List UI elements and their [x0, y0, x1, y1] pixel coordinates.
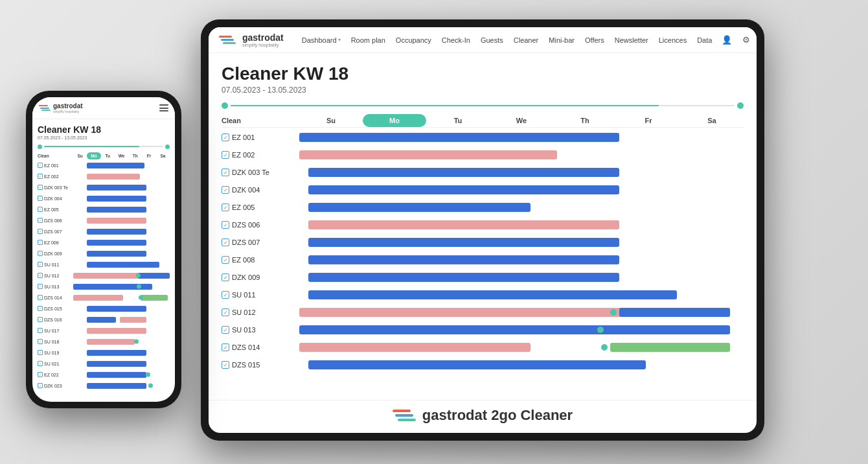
phone-checkbox[interactable] — [38, 372, 43, 377]
gear-icon[interactable]: ⚙ — [739, 33, 753, 47]
row-checkbox[interactable] — [222, 361, 229, 369]
row-checkbox[interactable] — [222, 133, 229, 141]
gantt-label: EZ 008 — [222, 256, 299, 264]
phone-checkbox[interactable] — [38, 218, 43, 223]
phone-bar-blue — [87, 361, 146, 367]
row-checkbox[interactable] — [222, 221, 229, 229]
phone-timeline-left-handle[interactable] — [38, 145, 42, 149]
phone-checkbox[interactable] — [38, 185, 43, 190]
gantt-label: DZS 014 — [222, 343, 299, 351]
gantt-bar-pink — [299, 343, 531, 352]
row-checkbox[interactable] — [222, 273, 229, 281]
row-checkbox[interactable] — [222, 168, 229, 176]
phone-bar-area — [73, 183, 170, 191]
list-item: DZK 003 Te — [38, 182, 170, 192]
row-checkbox[interactable] — [222, 186, 229, 194]
gantt-label: SU 012 — [222, 308, 299, 316]
nav-newsletter[interactable]: Newsletter — [611, 34, 652, 47]
row-checkbox[interactable] — [222, 326, 229, 334]
tablet-content: Cleaner KW 18 07.05.2023 - 13.05.2023 Cl… — [209, 53, 757, 397]
footer-title: gastrodat 2go Cleaner — [422, 407, 573, 424]
nav-dashboard[interactable]: Dashboard ▾ — [298, 34, 345, 47]
phone-checkbox[interactable] — [38, 174, 43, 179]
phone-gh-we: We — [115, 152, 128, 159]
nav-offers[interactable]: Offers — [581, 34, 608, 47]
phone-gantt-label: EZ 005 — [38, 207, 73, 212]
phone-device: gastrodat simplify hospitality Cleaner K… — [26, 91, 181, 408]
dot-indicator — [610, 309, 617, 316]
phone-menu-button[interactable] — [159, 104, 168, 111]
phone-bar-blue — [87, 306, 146, 312]
gantt-col-th: Th — [553, 114, 617, 127]
phone-checkbox[interactable] — [38, 328, 43, 333]
row-checkbox[interactable] — [222, 238, 229, 246]
phone-checkbox[interactable] — [38, 339, 43, 344]
timeline-slider[interactable] — [222, 101, 744, 110]
tablet-footer: gastrodat 2go Cleaner — [209, 400, 757, 433]
gantt-bar-blue — [308, 290, 677, 299]
phone-content: Cleaner KW 18 07.05.2023 - 13.05.2023 Cl… — [32, 119, 175, 402]
phone-checkbox[interactable] — [38, 350, 43, 355]
gantt-bar-area — [299, 237, 744, 248]
gantt-bar-pink — [299, 150, 557, 159]
brand-tagline: simplify hospitality — [242, 43, 284, 47]
nav-licences[interactable]: Licences — [655, 34, 691, 47]
row-checkbox[interactable] — [222, 343, 229, 351]
table-row: DZS 014 — [222, 339, 744, 356]
phone-checkbox[interactable] — [38, 251, 43, 256]
phone-checkbox[interactable] — [38, 229, 43, 234]
phone-checkbox[interactable] — [38, 262, 43, 267]
table-row: EZ 002 — [222, 146, 744, 163]
phone-checkbox[interactable] — [38, 207, 43, 212]
phone-checkbox[interactable] — [38, 317, 43, 322]
phone-gantt-label: DZK 004 — [38, 196, 73, 201]
nav-data[interactable]: Data — [693, 34, 716, 47]
row-checkbox[interactable] — [222, 203, 229, 211]
table-row: DZK 003 Te — [222, 164, 744, 181]
gantt-bar-area — [299, 342, 744, 353]
phone-gantt-label: EZ 001 — [38, 163, 73, 168]
row-checkbox[interactable] — [222, 291, 229, 299]
phone-brand: gastrodat — [53, 102, 83, 110]
phone-checkbox[interactable] — [38, 163, 43, 168]
phone-bar-area — [73, 316, 170, 323]
phone-checkbox[interactable] — [38, 273, 43, 278]
phone-timeline-fill — [44, 146, 139, 147]
phone-checkbox[interactable] — [38, 196, 43, 201]
phone-timeline[interactable] — [38, 143, 170, 150]
phone-checkbox[interactable] — [38, 240, 43, 245]
nav-minibar[interactable]: Mini-bar — [545, 34, 578, 47]
gantt-col-sa: Sa — [680, 114, 744, 127]
list-item: SU 012 — [38, 270, 170, 281]
user-icon[interactable]: 👤 — [720, 33, 734, 47]
timeline-left-handle[interactable] — [222, 102, 228, 109]
timeline-track — [231, 105, 735, 106]
gantt-label: DZK 004 — [222, 186, 299, 194]
phone-bar-area — [73, 194, 170, 202]
phone-checkbox[interactable] — [38, 306, 43, 311]
phone-bar-area — [73, 360, 170, 367]
gantt-bar-area — [299, 289, 744, 301]
phone-checkbox[interactable] — [38, 361, 43, 366]
phone-checkbox[interactable] — [38, 284, 43, 289]
phone-page-title: Cleaner KW 18 — [38, 124, 170, 135]
gantt-bar-blue — [308, 185, 619, 194]
page-title: Cleaner KW 18 — [222, 64, 744, 84]
gantt-label: DZS 015 — [222, 361, 299, 369]
phone-timeline-right-handle[interactable] — [165, 145, 170, 149]
phone-checkbox[interactable] — [38, 383, 43, 388]
nav-occupancy[interactable]: Occupancy — [392, 34, 435, 47]
nav-roomplan[interactable]: Room plan — [347, 34, 389, 47]
logo-icon — [219, 36, 236, 44]
nav-guests[interactable]: Guests — [477, 34, 507, 47]
phone-screen: gastrodat simplify hospitality Cleaner K… — [32, 97, 175, 402]
nav-cleaner[interactable]: Cleaner — [510, 34, 543, 47]
timeline-right-handle[interactable] — [737, 102, 744, 109]
nav-checkin[interactable]: Check-In — [438, 34, 474, 47]
phone-dot-indicator-green — [146, 373, 150, 377]
phone-checkbox[interactable] — [38, 295, 43, 300]
row-checkbox[interactable] — [222, 308, 229, 316]
phone-timeline-track — [44, 146, 163, 147]
row-checkbox[interactable] — [222, 151, 229, 159]
row-checkbox[interactable] — [222, 256, 229, 264]
